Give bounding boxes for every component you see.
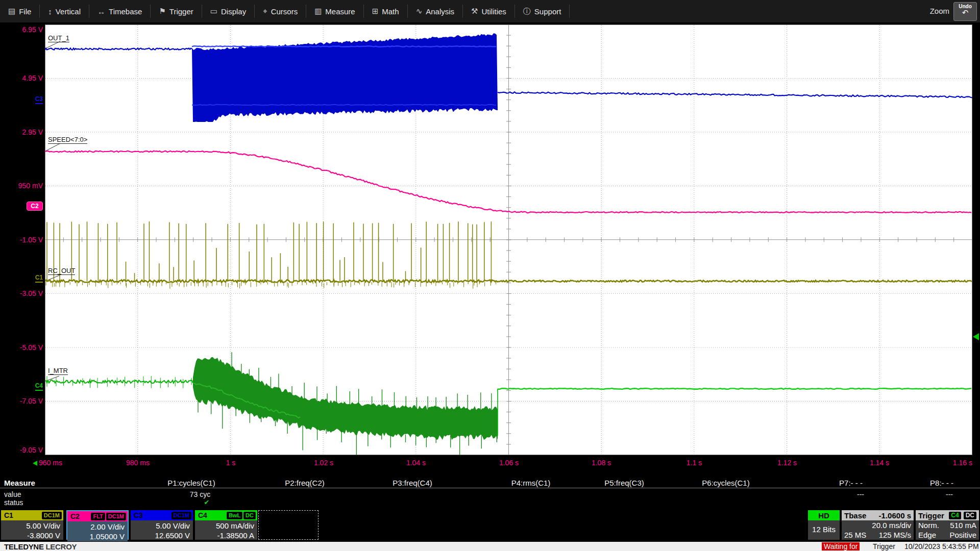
menu-item-analysis[interactable]: ∿Analysis <box>408 4 462 19</box>
waveform-display[interactable] <box>45 24 972 455</box>
channel-descriptor-c1[interactable]: C1 DC1M 5.00 V/div -3.8000 V <box>1 510 63 540</box>
status-bar: TELEDYNE LECROY Waiting for Trigger 10/2… <box>0 542 980 551</box>
axis-label-voltage: 4.95 V <box>0 74 43 83</box>
trigger-level: 510 mA <box>950 520 976 530</box>
axis-label-time: 960 ms <box>39 459 80 468</box>
menu-item-math[interactable]: ⊞Math <box>364 4 407 19</box>
menu-item-label: Cursors <box>271 7 298 16</box>
measure-separator <box>0 488 980 488</box>
channel-marker-c2[interactable]: C2 <box>27 202 43 211</box>
menu-item-label: Support <box>534 7 561 16</box>
axis-label-time: 1.12 s <box>764 459 810 468</box>
measure-param-header[interactable]: P7:- - - <box>810 479 892 487</box>
menu-item-label: Trigger <box>169 7 193 16</box>
timebase-delay: -1.0600 s <box>879 511 911 520</box>
axis-label-time: 980 ms <box>115 459 161 468</box>
horizontal-arrows-icon: ↔ <box>97 7 105 16</box>
menu-item-utilities[interactable]: ⚒Utilities <box>463 4 514 19</box>
axis-label-time: 1.1 s <box>671 459 717 468</box>
waveform-chart-icon: ∿ <box>416 7 423 16</box>
channel-scale: 500 mA/div <box>195 521 254 531</box>
trace-label-speed[interactable]: SPEED<7:0> <box>48 136 87 144</box>
axis-label-voltage: 2.95 V <box>0 128 43 137</box>
measure-param-header[interactable]: P1:cycles(C1) <box>151 479 232 487</box>
empty-descriptor-slot[interactable] <box>258 510 318 540</box>
menu-item-cursors[interactable]: ⌖Cursors <box>255 4 306 19</box>
menu-item-label: Utilities <box>482 7 506 16</box>
measure-status-ok-icon: ✔ <box>174 498 240 506</box>
channel-marker-c3[interactable]: C3 <box>26 95 43 103</box>
coupling-badge: DC <box>243 512 256 519</box>
timebase-samples: 25 MS <box>844 530 866 540</box>
trigger-slope: Positive <box>949 530 976 540</box>
measure-title: Measure <box>4 479 35 487</box>
channel-scale: 5.00 V/div <box>1 521 60 531</box>
channel-descriptor-c3[interactable]: C3 DC1M 5.00 V/div 12.6500 V <box>131 510 193 540</box>
channel-name: C1 <box>4 511 13 519</box>
zoom-label: Zoom <box>930 7 949 15</box>
channel-scale: 5.00 V/div <box>131 521 190 531</box>
menu-divider <box>569 5 570 18</box>
trace-label-out1[interactable]: OUT_1 <box>48 34 69 42</box>
axis-label-time: 1.06 s <box>486 459 532 468</box>
menu-item-measure[interactable]: ▥Measure <box>306 4 363 19</box>
menu-item-vertical[interactable]: ↕Vertical <box>40 4 89 19</box>
channel-name: C2 <box>70 512 80 520</box>
axis-label-voltage: -7.05 V <box>0 397 43 406</box>
axis-label-time: 1.16 s <box>934 459 972 468</box>
trigger-delay-arrow-icon <box>33 461 37 466</box>
axis-label-time: 1.02 s <box>301 459 347 468</box>
measure-param-header[interactable]: P4:rms(C1) <box>490 479 572 487</box>
timebase-box[interactable]: Tbase -1.0600 s 20.0 ms/div 25 MS 125 MS… <box>842 510 914 540</box>
menu-item-file[interactable]: ▤File <box>0 4 39 19</box>
measure-value: --- <box>916 490 980 498</box>
channel-name: C3 <box>134 511 143 519</box>
filter-badge: FLT <box>91 513 105 520</box>
menu-item-timebase[interactable]: ↔Timebase <box>89 4 150 19</box>
measure-param-header[interactable]: P2:freq(C2) <box>264 479 346 487</box>
hd-bits: 12 Bits <box>808 520 840 539</box>
measure-param-header[interactable]: P5:freq(C3) <box>583 479 665 487</box>
trigger-mode: Norm. <box>918 520 939 530</box>
channel-offset: -3.8000 V <box>1 531 60 540</box>
axis-label-voltage: 950 mV <box>0 182 43 191</box>
axis-label-voltage: -9.05 V <box>0 446 43 455</box>
oscilloscope-screen: ▤File ↕Vertical ↔Timebase ⚑Trigger ▭Disp… <box>0 0 980 551</box>
hd-mode-box[interactable]: HD 12 Bits <box>808 510 840 540</box>
trigger-level-arrow[interactable] <box>973 333 979 340</box>
menu-item-display[interactable]: ▭Display <box>202 4 254 19</box>
menu-item-label: Display <box>221 7 246 16</box>
trigger-box[interactable]: Trigger C4 DC Norm. 510 mA Edge Positive <box>916 510 979 540</box>
bandwidth-limit-badge: BwL <box>227 512 242 519</box>
trigger-source-badge: C4 <box>949 512 961 519</box>
menu-item-label: Measure <box>325 7 355 16</box>
trace-label-imtr[interactable]: I_MTR <box>48 367 68 375</box>
axis-label-time: 1 s <box>208 459 254 468</box>
axis-label-voltage: -1.05 V <box>0 236 43 245</box>
file-icon: ▤ <box>8 7 15 16</box>
undo-button[interactable]: Undo↶ <box>953 2 977 21</box>
menu-item-trigger[interactable]: ⚑Trigger <box>151 4 201 19</box>
channel-descriptor-c2[interactable]: C2 FLT DC1M 2.00 V/div 1.05000 V <box>66 510 129 540</box>
measure-param-header[interactable]: P6:cycles(C1) <box>685 479 767 487</box>
menu-item-label: Math <box>382 7 399 16</box>
channel-descriptor-c4[interactable]: C4 BwL DC 500 mA/div -1.38500 A <box>195 510 257 540</box>
channel-marker-c1[interactable]: C1 <box>26 274 43 281</box>
brand-logo: TELEDYNE LECROY <box>4 542 77 551</box>
hd-mode-label: HD <box>818 511 829 520</box>
measure-param-header[interactable]: P8:- - - <box>901 479 980 487</box>
channel-marker-c4[interactable]: C4 <box>26 382 43 389</box>
axis-label-voltage: 6.95 V <box>0 26 43 35</box>
axis-label-time: 1.04 s <box>393 459 439 468</box>
channel-offset: -1.38500 A <box>195 531 254 540</box>
crosshair-icon: ⌖ <box>263 7 267 16</box>
channel-offset: 12.6500 V <box>131 531 190 540</box>
measure-value: 73 cyc <box>167 490 233 498</box>
waveform-grid[interactable] <box>45 24 972 455</box>
timebase-scale: 20.0 ms/div <box>844 520 911 530</box>
measure-param-header[interactable]: P3:freq(C4) <box>372 479 453 487</box>
trace-label-rcout[interactable]: RC_OUT <box>48 267 75 275</box>
trigger-label: Trigger <box>918 511 944 520</box>
trigger-type: Edge <box>918 530 936 540</box>
menu-item-support[interactable]: ⓘSupport <box>515 4 570 19</box>
